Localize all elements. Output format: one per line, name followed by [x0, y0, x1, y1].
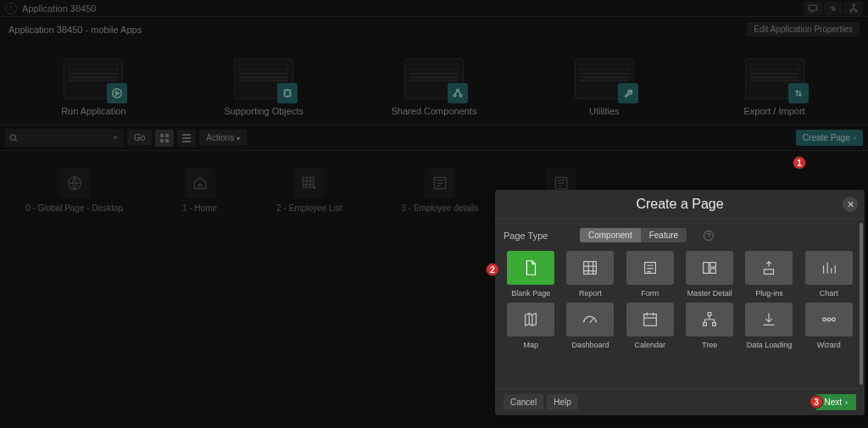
tile-chart[interactable]: Chart — [802, 251, 856, 297]
segment-component[interactable]: Component — [580, 228, 641, 242]
svg-rect-19 — [584, 262, 597, 275]
modal-title: Create a Page — [636, 197, 723, 212]
page-type-label: Page Type — [504, 231, 563, 241]
help-icon[interactable]: ? — [704, 231, 714, 241]
file-icon — [521, 258, 540, 277]
tile-form[interactable]: Form — [623, 251, 677, 297]
annotation-marker-3: 3 — [810, 395, 823, 409]
scrollbar[interactable] — [860, 223, 863, 385]
tile-tree[interactable]: Tree — [682, 303, 737, 349]
svg-rect-25 — [708, 313, 711, 316]
download-icon — [760, 310, 778, 329]
svg-rect-24 — [643, 314, 656, 326]
plugin-icon — [760, 258, 778, 277]
map-icon — [521, 310, 540, 329]
annotation-marker-1: 1 — [793, 156, 806, 170]
component-tile-grid: Blank Page Report Form Master Detail Plu… — [504, 251, 856, 349]
chart-icon — [820, 258, 838, 277]
grid-icon — [581, 258, 599, 277]
svg-rect-26 — [704, 323, 707, 326]
tile-report[interactable]: Report — [563, 251, 617, 297]
tile-dashboard[interactable]: Dashboard — [563, 303, 617, 349]
tree-icon — [700, 310, 719, 329]
tile-data-loading[interactable]: Data Loading — [742, 303, 796, 349]
svg-point-28 — [822, 318, 826, 321]
svg-point-29 — [827, 318, 831, 321]
cancel-button[interactable]: Cancel — [504, 394, 543, 410]
tile-blank-page[interactable]: Blank Page — [504, 251, 558, 297]
annotation-marker-2: 2 — [486, 263, 499, 276]
close-icon[interactable]: ✕ — [843, 197, 858, 212]
svg-rect-27 — [713, 323, 716, 326]
form2-icon — [641, 258, 659, 277]
svg-rect-23 — [710, 269, 715, 274]
page-type-segmented: Component Feature — [580, 228, 687, 242]
svg-rect-22 — [710, 263, 715, 268]
wizard-icon — [820, 310, 838, 329]
master-detail-icon — [700, 258, 719, 277]
segment-feature[interactable]: Feature — [641, 228, 687, 242]
tile-plugins[interactable]: Plug-ins — [742, 251, 796, 297]
chevron-right-icon: › — [845, 398, 848, 407]
tile-calendar[interactable]: Calendar — [623, 303, 677, 349]
tile-wizard[interactable]: Wizard — [802, 303, 856, 349]
svg-rect-21 — [704, 263, 709, 274]
help-button[interactable]: Help — [547, 394, 578, 410]
svg-point-30 — [832, 318, 835, 321]
gauge-icon — [581, 310, 599, 329]
calendar-icon — [641, 310, 659, 329]
create-page-modal: Create a Page ✕ Page Type Component Feat… — [495, 190, 865, 415]
tile-map[interactable]: Map — [504, 303, 558, 349]
tile-master-detail[interactable]: Master Detail — [682, 251, 737, 297]
